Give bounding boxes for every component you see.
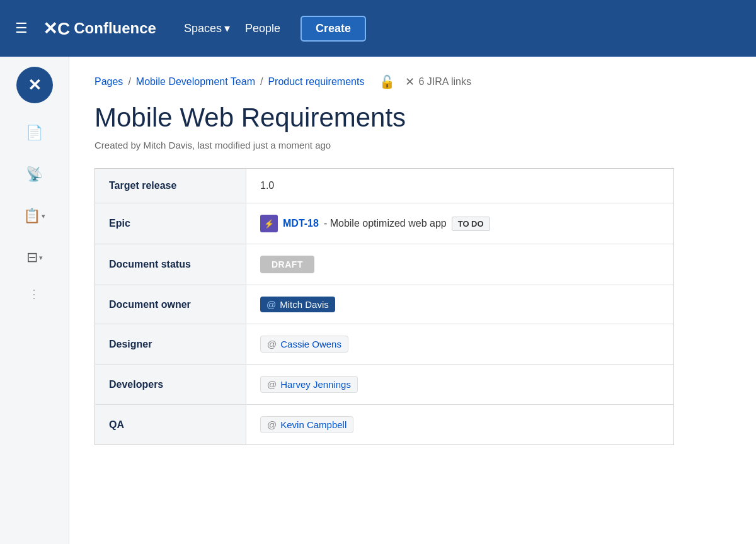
row-value-target-release: 1.0 xyxy=(246,169,674,203)
breadcrumb-sep-1: / xyxy=(128,76,130,88)
mention-name: Kevin Campbell xyxy=(280,419,346,430)
row-label-designer: Designer xyxy=(95,324,246,365)
jira-links[interactable]: ✕ 6 JIRA links xyxy=(405,75,471,89)
table-row: Document owner @ Mitch Davis xyxy=(95,285,674,324)
sidebar-item-pages[interactable]: 📄 xyxy=(18,116,52,150)
mention-name: Mitch Davis xyxy=(280,299,329,310)
row-label-doc-status: Document status xyxy=(95,244,246,285)
epic-desc: - Mobile optimized web app xyxy=(324,218,447,229)
jira-icon: ✕ xyxy=(405,75,415,89)
mention-name: Cassie Owens xyxy=(280,339,341,349)
sidebar-item-templates[interactable]: 📋 ▾ xyxy=(18,199,52,233)
main-layout: ✕ 📄 📡 📋 ▾ ⊟ ▾ ⋮ Pages / Mobile Developme… xyxy=(0,57,756,544)
row-value-doc-owner: @ Mitch Davis xyxy=(246,285,674,324)
confluence-logo-icon: ✕C xyxy=(43,18,70,39)
jira-links-label: 6 JIRA links xyxy=(418,76,471,88)
page-title: Mobile Web Requirements xyxy=(94,102,731,133)
pages-icon: 📄 xyxy=(26,125,43,141)
mention-cassie-owens[interactable]: @ Cassie Owens xyxy=(260,336,348,353)
epic-icon: ⚡ xyxy=(260,215,278,232)
sidebar-item-hierarchy[interactable]: ⊟ ▾ xyxy=(18,241,52,275)
at-sign: @ xyxy=(267,419,277,430)
row-label-epic: Epic xyxy=(95,203,246,244)
sidebar-more[interactable]: ⋮ xyxy=(28,287,41,301)
breadcrumb-sep-2: / xyxy=(260,76,263,88)
table-row: Document status DRAFT xyxy=(95,244,674,285)
breadcrumb-team[interactable]: Mobile Development Team xyxy=(136,76,255,88)
table-row: Epic ⚡ MDT-18 - Mobile optimized web app… xyxy=(95,203,674,244)
mention-mitch-davis[interactable]: @ Mitch Davis xyxy=(260,297,335,312)
sidebar-item-feed[interactable]: 📡 xyxy=(18,157,52,191)
table-row: Designer @ Cassie Owens xyxy=(95,324,674,365)
epic-link: ⚡ MDT-18 - Mobile optimized web app TO D… xyxy=(260,215,660,232)
breadcrumb-page[interactable]: Product requirements xyxy=(268,76,364,88)
breadcrumb-actions: 🔓 ✕ 6 JIRA links xyxy=(379,74,471,89)
spaces-menu[interactable]: Spaces ▾ xyxy=(184,21,230,35)
mention-harvey-jennings[interactable]: @ Harvey Jennings xyxy=(260,376,358,393)
create-button[interactable]: Create xyxy=(301,16,366,42)
avatar[interactable]: ✕ xyxy=(16,67,53,103)
info-table: Target release 1.0 Epic ⚡ MDT-18 - Mobil… xyxy=(94,168,674,445)
breadcrumb-pages[interactable]: Pages xyxy=(94,76,123,88)
at-sign: @ xyxy=(267,339,277,349)
page-meta: Created by Mitch Davis, last modified ju… xyxy=(94,140,731,150)
breadcrumb: Pages / Mobile Development Team / Produc… xyxy=(94,74,731,89)
confluence-logo-text: Confluence xyxy=(74,20,156,37)
table-row: Target release 1.0 xyxy=(95,169,674,203)
people-nav[interactable]: People xyxy=(245,22,280,35)
epic-id[interactable]: MDT-18 xyxy=(283,218,319,229)
sidebar: ✕ 📄 📡 📋 ▾ ⊟ ▾ ⋮ xyxy=(0,57,69,544)
table-row: QA @ Kevin Campbell xyxy=(95,405,674,445)
templates-arrow: ▾ xyxy=(42,212,45,220)
row-label-target-release: Target release xyxy=(95,169,246,203)
row-label-qa: QA xyxy=(95,405,246,445)
at-sign: @ xyxy=(267,379,277,390)
mention-kevin-campbell[interactable]: @ Kevin Campbell xyxy=(260,416,353,433)
row-label-developers: Developers xyxy=(95,365,246,405)
lock-icon[interactable]: 🔓 xyxy=(379,74,395,89)
mention-name: Harvey Jennings xyxy=(280,379,351,390)
spaces-label: Spaces xyxy=(184,22,222,35)
top-navigation: ☰ ✕C Confluence Spaces ▾ People Create xyxy=(0,0,756,57)
spaces-dropdown-icon: ▾ xyxy=(224,21,230,35)
avatar-icon: ✕ xyxy=(28,76,42,95)
row-value-epic: ⚡ MDT-18 - Mobile optimized web app TO D… xyxy=(246,203,674,244)
row-value-doc-status: DRAFT xyxy=(246,244,674,285)
row-value-developers: @ Harvey Jennings xyxy=(246,365,674,405)
feed-icon: 📡 xyxy=(26,166,43,183)
row-value-designer: @ Cassie Owens xyxy=(246,324,674,365)
at-sign: @ xyxy=(266,299,276,310)
confluence-logo[interactable]: ✕C Confluence xyxy=(43,18,156,39)
hamburger-menu[interactable]: ☰ xyxy=(15,20,28,37)
templates-icon: 📋 xyxy=(23,208,40,224)
row-value-qa: @ Kevin Campbell xyxy=(246,405,674,445)
row-label-doc-owner: Document owner xyxy=(95,285,246,324)
page-content: Pages / Mobile Development Team / Produc… xyxy=(69,57,756,544)
epic-status: TO DO xyxy=(452,217,490,231)
status-badge[interactable]: DRAFT xyxy=(260,256,314,273)
hierarchy-arrow: ▾ xyxy=(39,254,43,262)
table-row: Developers @ Harvey Jennings xyxy=(95,365,674,405)
hierarchy-icon: ⊟ xyxy=(26,249,38,266)
